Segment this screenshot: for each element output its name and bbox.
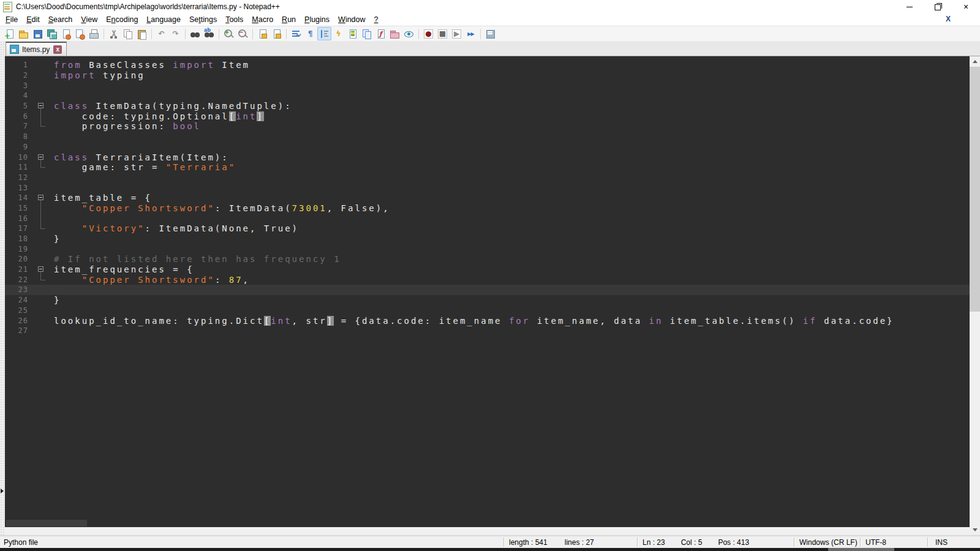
new-file-button[interactable] [2,27,17,40]
code-line[interactable]: 17 "Victory": ItemData(None, True) [5,223,970,234]
close-all-button[interactable] [73,27,87,40]
dock-collapse-bottom-icon[interactable] [1,489,4,493]
code-line[interactable]: 5class ItemData(typing.NamedTuple): [5,101,970,111]
document-map-button[interactable] [345,27,360,40]
code-line[interactable]: 12 [5,173,970,183]
status-eol-format[interactable]: Windows (CR LF) [794,536,860,548]
minimize-button[interactable] [895,0,924,13]
code-line[interactable]: 22 "Copper Shortsword": 87, [5,274,970,285]
menu-item-edit[interactable]: Edit [22,14,44,25]
horizontal-scrollbar-thumb[interactable] [6,520,87,527]
menu-item-run[interactable]: Run [277,14,300,25]
macro-stop-button[interactable]: ■ [435,27,450,40]
menu-item-plugins[interactable]: Plugins [300,14,334,25]
menu-item-window[interactable]: Window [334,14,369,25]
menu-item-search[interactable]: Search [44,14,77,25]
fold-margin-open[interactable] [36,101,49,111]
paste-button[interactable] [135,27,149,40]
redo-button[interactable]: ↷ [168,27,183,40]
menu-item-[interactable]: ? [370,14,383,25]
function-list-button[interactable]: ƒ [374,27,388,40]
code-line[interactable]: 2import typing [5,70,970,81]
undo-button[interactable]: ↶ [154,27,168,40]
menu-item-tools[interactable]: Tools [221,14,247,25]
menu-item-settings[interactable]: Settings [185,14,221,25]
code-line[interactable]: 3 [5,80,970,91]
find-button[interactable] [188,27,202,40]
col-label: Col : 5 [681,538,703,547]
line-number: 10 [5,153,36,162]
macro-save-button[interactable] [483,27,497,40]
menu-item-macro[interactable]: Macro [247,14,277,25]
vertical-scrollbar[interactable] [970,56,980,535]
replace-button[interactable]: ab [202,27,216,40]
word-wrap-glyph: ↩ [293,30,304,40]
document-close-x[interactable]: X [946,15,951,23]
document-list-button[interactable] [360,27,374,40]
code-line[interactable]: 13 [5,182,970,193]
code-line[interactable]: 8 [5,132,970,142]
macro-play-button[interactable]: ▶ [450,27,464,40]
copy-button[interactable] [121,27,135,40]
code-line[interactable]: 21item_frequencies = { [5,264,970,275]
word-wrap-button[interactable]: ↩ [289,27,303,40]
macro-record-button[interactable]: ● [421,27,435,40]
menu-item-language[interactable]: Language [142,14,185,25]
fold-margin-open[interactable] [36,152,49,162]
code-line[interactable]: 1from BaseClasses import Item [5,60,970,70]
scroll-up-arrow[interactable] [970,56,980,67]
line-number: 27 [5,326,36,335]
code-line[interactable]: 4 [5,91,970,101]
function-flash-button[interactable]: ϟ [331,27,345,40]
code-line[interactable]: 7 progression: bool [5,121,970,132]
code-line-current[interactable]: 23 [5,285,970,295]
scroll-down-arrow[interactable] [970,525,980,535]
close-button[interactable]: × [952,0,980,13]
code-line[interactable]: 14item_table = { [5,193,970,203]
zoom-in-button[interactable]: + [222,27,236,40]
code-line[interactable]: 24} [5,295,970,305]
code-line[interactable]: 6 code: typing.Optional[int] [5,111,970,121]
code-line[interactable]: 18} [5,234,970,244]
code-line[interactable]: 11 game: str = "Terraria" [5,162,970,173]
tab-items-py[interactable]: Items.py x [6,42,67,56]
folder-as-workspace-button[interactable] [388,27,402,40]
code-line[interactable]: 19 [5,244,970,254]
code-line[interactable]: 26lookup_id_to_name: typing.Dict[int, st… [5,315,970,326]
code-line[interactable]: 10class TerrariaItem(Item): [5,152,970,162]
close-file-button[interactable] [59,27,73,40]
horizontal-scrollbar[interactable] [5,519,970,527]
dock-splitter[interactable] [0,41,5,535]
status-typing-mode[interactable]: INS [928,536,980,548]
menu-item-view[interactable]: View [77,14,102,25]
menu-item-encoding[interactable]: Encoding [102,14,142,25]
open-file-button[interactable] [17,27,31,40]
save-file-button[interactable] [31,27,45,40]
save-all-button[interactable] [45,27,59,40]
sync-horizontal-button[interactable] [270,27,284,40]
code-text: import typing [49,70,145,80]
code-line[interactable]: 20# If not listed here then has frequenc… [5,254,970,264]
zoom-out-button[interactable]: − [236,27,250,40]
code-line[interactable]: 27 [5,326,970,336]
tab-close-icon[interactable]: x [53,45,62,54]
code-line[interactable]: 16 [5,213,970,223]
sync-vertical-button[interactable] [255,27,270,40]
print-button[interactable] [87,27,101,40]
code-line[interactable]: 15 "Copper Shortsword": ItemData(73001, … [5,203,970,214]
code-line[interactable]: 9 [5,142,970,152]
fold-margin-open[interactable] [36,264,49,275]
fold-margin-open[interactable] [36,193,49,203]
cut-button[interactable] [107,27,121,40]
code-line[interactable]: 25 [5,305,970,316]
code-editor[interactable]: 1from BaseClasses import Item2import typ… [5,56,970,527]
show-all-characters-button[interactable]: ¶ [303,27,317,40]
restore-button[interactable] [924,0,952,13]
macro-run-multiple-button[interactable]: ▶▶ [464,27,478,40]
vertical-scrollbar-thumb[interactable] [970,67,980,312]
monitoring-button[interactable] [402,27,416,40]
menu-item-file[interactable]: File [1,14,22,25]
indent-guide-button[interactable] [317,27,331,40]
indent-guide-icon [319,29,330,39]
status-encoding[interactable]: UTF-8 [861,536,927,548]
